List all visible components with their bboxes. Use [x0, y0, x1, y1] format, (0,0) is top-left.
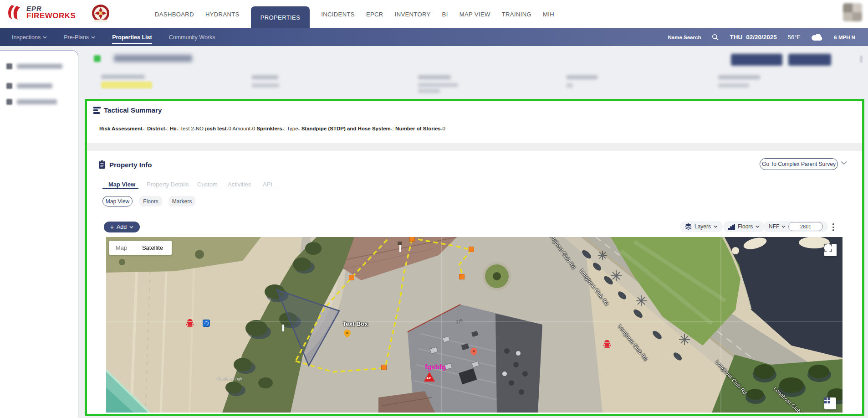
left-sidebar: [0, 50, 78, 418]
map-type-control: Map Satellite: [109, 241, 172, 255]
subnav-properties-list[interactable]: Properties List: [112, 34, 152, 41]
list-icon: [6, 63, 12, 69]
tab-custom[interactable]: Custom: [197, 181, 218, 188]
chevron-down-icon: [781, 225, 786, 228]
chevron-down-icon: [91, 36, 95, 39]
sidebar-item-complete[interactable]: [6, 99, 57, 105]
grid-view-button[interactable]: [824, 397, 836, 409]
go-to-complex-parent-survey-button[interactable]: Go To Complex Parent Survey: [760, 158, 838, 170]
nav-tab-map-view[interactable]: MAP VIEW: [460, 11, 490, 18]
nav-tab-dashboard[interactable]: DASHBOARD: [155, 11, 194, 18]
chevron-down-icon: [756, 225, 760, 228]
field-value-highlighted: [101, 82, 152, 88]
flame-logo-icon: [6, 4, 23, 21]
sidebar-item-property[interactable]: [6, 83, 52, 89]
user-avatar[interactable]: [843, 3, 862, 21]
tab-activities[interactable]: Activities: [228, 181, 251, 188]
floor-value-field[interactable]: 2801: [788, 222, 823, 231]
search-icon[interactable]: [712, 34, 719, 41]
subnav-inspections[interactable]: Inspections: [12, 34, 47, 41]
top-bar: EPR FIREWORKS DASHBOARD HYDRANTS PROPERT…: [0, 0, 868, 28]
fullscreen-button[interactable]: [824, 244, 837, 256]
list-icon: [6, 83, 12, 89]
add-button[interactable]: + Add: [104, 222, 140, 232]
field-label-blurred: [567, 75, 597, 79]
nav-tab-bi[interactable]: BI: [442, 11, 448, 18]
view-button-map-view[interactable]: Map View: [102, 196, 133, 206]
property-info-title: Property Info: [109, 161, 152, 169]
field-label-blurred: [718, 75, 760, 79]
chevron-down-icon: [43, 36, 47, 39]
sidebar-item-tactical[interactable]: [6, 63, 62, 69]
clipboard-icon: [98, 160, 106, 169]
field-label-blurred: [418, 75, 451, 79]
subnav-community-works[interactable]: Community Works: [169, 34, 215, 41]
field-value-blurred: [252, 83, 279, 88]
app-logo[interactable]: EPR FIREWORKS: [6, 4, 76, 21]
ap-access-point-marker[interactable]: AP: [424, 372, 435, 382]
nav-tab-training[interactable]: TRAINING: [502, 11, 531, 18]
nav-tab-properties[interactable]: PROPERTIES: [251, 6, 310, 28]
brand-name-top: EPR: [26, 5, 76, 12]
fire-hydrant-marker[interactable]: [603, 340, 611, 348]
main-nav: DASHBOARD HYDRANTS PROPERTIES INCIDENTS …: [155, 0, 554, 28]
nav-tab-epcr[interactable]: EPCR: [366, 11, 383, 18]
panel-collapse-icon[interactable]: [860, 56, 863, 63]
field-value-blurred: [418, 83, 458, 87]
fullscreen-icon: [824, 244, 832, 252]
brand-name-bottom: FIREWORKS: [26, 12, 76, 20]
tab-api[interactable]: API: [263, 181, 272, 188]
page: EPR FIREWORKS DASHBOARD HYDRANTS PROPERT…: [0, 0, 868, 418]
blurred-label: [17, 83, 52, 88]
map-attribution: ©2025 Google: [217, 377, 243, 381]
magenta-text-annotation[interactable]: fgxbfg: [425, 363, 446, 371]
stairs-icon: [728, 224, 735, 230]
layers-dropdown[interactable]: Layers: [680, 221, 723, 232]
name-search-label[interactable]: Name Search: [668, 35, 701, 40]
align-bars-icon: [93, 107, 101, 114]
active-underline: [112, 43, 152, 44]
floors-dropdown[interactable]: Floors: [723, 221, 765, 232]
view-button-floors[interactable]: Floors: [139, 196, 162, 206]
subnav-pre-plans[interactable]: Pre-Plans: [64, 34, 95, 41]
map-type-satellite[interactable]: Satellite: [133, 241, 172, 255]
map-type-map[interactable]: Map: [109, 241, 133, 255]
plus-icon: +: [110, 223, 114, 231]
property-title-blurred: [114, 55, 192, 62]
fire-hydrant-marker[interactable]: [186, 319, 194, 327]
field-value-blurred: [718, 83, 749, 88]
kebab-menu-icon[interactable]: [832, 223, 834, 231]
header-action-button-blurred[interactable]: [731, 54, 782, 66]
nff-floor-selector[interactable]: NFF 2801: [764, 221, 828, 232]
nav-tab-incidents[interactable]: INCIDENTS: [321, 11, 355, 18]
nav-tab-inventory[interactable]: INVENTORY: [395, 11, 431, 18]
chevron-down-icon[interactable]: [841, 161, 847, 165]
field-label-blurred: [252, 75, 278, 79]
active-tab-underline: [102, 188, 138, 189]
field-value-blurred: [418, 89, 440, 93]
text-box-annotation[interactable]: Text Box: [342, 320, 368, 327]
blurred-label: [17, 64, 62, 69]
standpipe-marker[interactable]: [203, 320, 210, 327]
chevron-down-icon: [129, 226, 133, 228]
cloud-icon: [811, 33, 823, 41]
status-square: [94, 55, 101, 62]
tactical-summary-card: [87, 101, 862, 143]
tab-property-details[interactable]: Property Details: [147, 181, 189, 188]
field-label-blurred: [101, 75, 145, 79]
tactical-summary-text: Risk Assessment-: District-: Hii-: test …: [99, 126, 445, 131]
header-action-button-blurred[interactable]: [788, 54, 831, 66]
blurred-label: [17, 99, 57, 104]
nav-tab-hydrants[interactable]: HYDRANTS: [205, 11, 240, 18]
satellite-map[interactable]: Map Satellite Text Box fgxbfg AP 575 ©2: [106, 237, 842, 413]
view-button-markers[interactable]: Markers: [168, 196, 195, 206]
wind-speed: 6 MPH N: [834, 35, 855, 40]
tab-map-view[interactable]: Map View: [108, 181, 135, 188]
chevron-down-icon: [714, 225, 718, 228]
nav-tab-mih[interactable]: MIH: [543, 11, 554, 18]
date-display: THU 02/20/2025: [730, 34, 776, 41]
layers-icon: [685, 223, 692, 230]
map-imagery: [106, 237, 842, 413]
list-icon: [6, 99, 12, 105]
secondary-nav: Inspections Pre-Plans Properties List Co…: [0, 28, 868, 46]
